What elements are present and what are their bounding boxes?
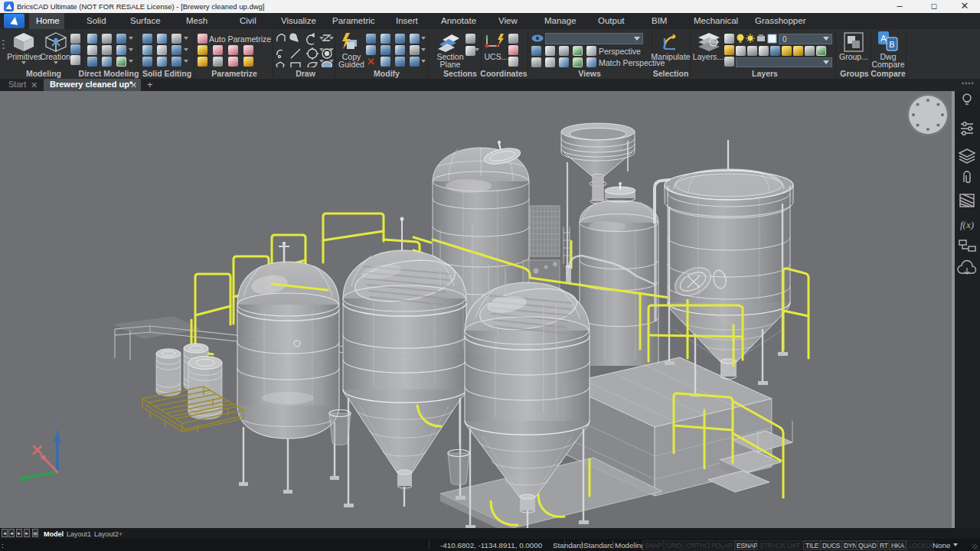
svg-text:B: B xyxy=(889,40,894,49)
svg-text:f(x): f(x) xyxy=(960,219,974,230)
svg-text:A: A xyxy=(880,34,887,43)
